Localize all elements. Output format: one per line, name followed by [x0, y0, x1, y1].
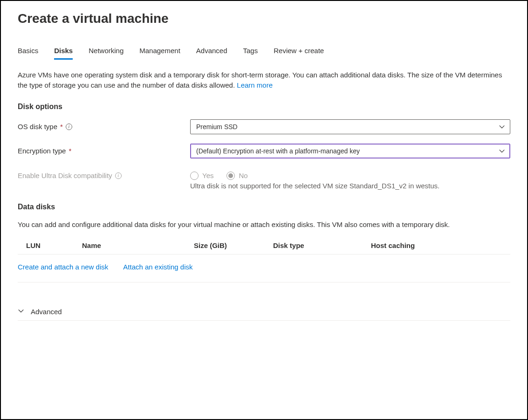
page-title: Create a virtual machine: [18, 11, 510, 26]
os-disk-type-label-text: OS disk type: [18, 123, 57, 131]
tab-basics[interactable]: Basics: [18, 45, 38, 60]
radio-icon: [226, 172, 235, 180]
ultra-disk-yes: Yes: [190, 172, 213, 180]
tab-networking[interactable]: Networking: [89, 45, 123, 60]
ultra-disk-helper: Ultra disk is not supported for the sele…: [190, 182, 510, 190]
col-name: Name: [82, 241, 194, 249]
required-asterisk: *: [60, 123, 63, 131]
advanced-expander-label: Advanced: [31, 308, 62, 316]
os-disk-type-select[interactable]: Premium SSD: [190, 119, 510, 134]
encryption-type-select[interactable]: (Default) Encryption at-rest with a plat…: [190, 144, 510, 158]
encryption-type-label: Encryption type *: [18, 147, 190, 155]
chevron-down-icon: [18, 308, 24, 316]
create-new-disk-link[interactable]: Create and attach a new disk: [18, 263, 108, 271]
data-disks-actions: Create and attach a new disk Attach an e…: [18, 255, 510, 282]
tab-management[interactable]: Management: [139, 45, 180, 60]
col-size: Size (GiB): [194, 241, 273, 249]
ultra-disk-no: No: [226, 172, 247, 180]
attach-existing-disk-link[interactable]: Attach an existing disk: [123, 263, 192, 271]
col-cache: Host caching: [371, 241, 510, 249]
learn-more-link[interactable]: Learn more: [237, 81, 273, 89]
info-icon[interactable]: i: [115, 172, 122, 179]
disk-options-heading: Disk options: [18, 103, 510, 111]
col-type: Disk type: [273, 241, 371, 249]
chevron-down-icon: [499, 148, 505, 154]
tabs: Basics Disks Networking Management Advan…: [18, 45, 510, 60]
encryption-type-label-text: Encryption type: [18, 147, 66, 155]
required-asterisk: *: [69, 147, 71, 155]
tab-advanced[interactable]: Advanced: [196, 45, 227, 60]
ultra-disk-no-label: No: [239, 172, 247, 179]
ultra-disk-radio-group: Yes No: [190, 172, 248, 180]
encryption-type-value: (Default) Encryption at-rest with a plat…: [196, 147, 360, 155]
chevron-down-icon: [499, 124, 505, 130]
data-disks-table-header: LUN Name Size (GiB) Disk type Host cachi…: [18, 238, 510, 255]
tab-disks[interactable]: Disks: [54, 45, 73, 60]
os-disk-type-label: OS disk type * i: [18, 123, 190, 131]
ultra-disk-label-text: Enable Ultra Disk compatibility: [18, 172, 112, 179]
ultra-disk-yes-label: Yes: [202, 172, 213, 179]
tab-review-create[interactable]: Review + create: [274, 45, 324, 60]
col-lun: LUN: [26, 241, 82, 249]
intro-text: Azure VMs have one operating system disk…: [18, 70, 510, 90]
data-disks-heading: Data disks: [18, 203, 510, 211]
tab-tags[interactable]: Tags: [243, 45, 258, 60]
data-disks-description: You can add and configure additional dat…: [18, 220, 510, 230]
os-disk-type-value: Premium SSD: [196, 123, 238, 131]
info-icon[interactable]: i: [66, 124, 72, 130]
advanced-expander[interactable]: Advanced: [18, 303, 510, 321]
radio-icon: [190, 172, 199, 180]
ultra-disk-label: Enable Ultra Disk compatibility i: [18, 172, 190, 179]
